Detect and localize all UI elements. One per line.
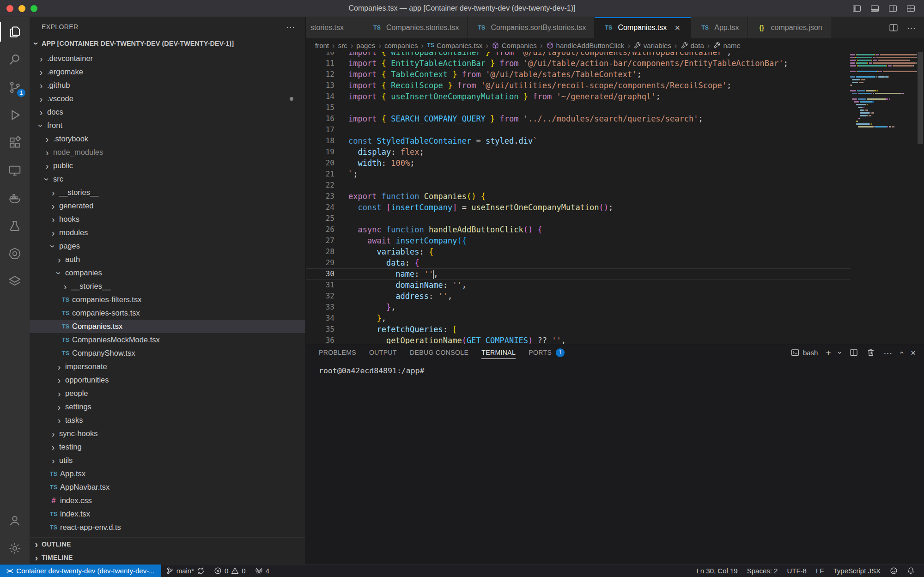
tree-item-opportunities[interactable]: ›opportunities [30, 373, 305, 387]
panel-tab-debug-console[interactable]: DEBUG CONSOLE [410, 344, 468, 361]
tree-item-tasks[interactable]: ›tasks [30, 413, 305, 427]
activity-run-debug[interactable] [0, 101, 30, 129]
scrollbar-slider[interactable] [918, 52, 923, 144]
panel-more-actions-icon[interactable]: ··· [883, 348, 892, 357]
editor-scrollbar[interactable] [917, 52, 924, 344]
tree-item-hooks[interactable]: ›hooks [30, 213, 305, 226]
tree-item-modules[interactable]: ›modules [30, 226, 305, 239]
notifications-button[interactable] [902, 565, 919, 577]
activity-settings[interactable] [0, 534, 30, 562]
tree-item-settings[interactable]: ›settings [30, 400, 305, 413]
language-mode[interactable]: TypeScript JSX [828, 565, 885, 577]
toggle-primary-sidebar-button[interactable] [852, 4, 862, 13]
tree-item-people[interactable]: ›people [30, 387, 305, 400]
tab-companies.json[interactable]: {}companies.json [748, 17, 831, 38]
activity-remote-explorer[interactable] [0, 157, 30, 184]
breadcrumb-data[interactable]: data [681, 42, 704, 49]
maximize-panel-chevron-icon[interactable]: › [898, 351, 906, 354]
workspace-section-header[interactable]: › APP [CONTAINER DEV-TWENTY-DEV (DEV-TWE… [30, 36, 305, 50]
activity-testing[interactable] [0, 212, 30, 240]
tab-companies.stories.tsx[interactable]: TSCompanies.stories.tsx [363, 17, 468, 38]
tree-item-.github[interactable]: ›.github [30, 79, 305, 92]
tab-companies.sortby.stories.tsx[interactable]: TSCompanies.sortBy.stories.tsx [468, 17, 595, 38]
close-window-button[interactable] [6, 5, 13, 12]
tree-item-companies-filters.tsx[interactable]: TScompanies-filters.tsx [30, 293, 305, 306]
tree-item-auth[interactable]: ›auth [30, 253, 305, 266]
tree-item-testing[interactable]: ›testing [30, 440, 305, 454]
branch-status[interactable]: main* [161, 565, 209, 577]
tree-item-companies[interactable]: ›companies [30, 266, 305, 279]
editor-more-actions-icon[interactable]: ··· [907, 24, 916, 32]
tab-app.tsx[interactable]: TSApp.tsx [691, 17, 748, 38]
tree-item-node-modules[interactable]: ›node_modules [30, 146, 305, 159]
feedback-button[interactable] [885, 565, 902, 577]
code-lines[interactable]: 10import { WithTopBarContainer } from '@… [306, 52, 850, 344]
breadcrumb-companies[interactable]: Companies [492, 42, 537, 49]
activity-source-control[interactable]: 1 [0, 73, 30, 101]
cursor-position[interactable]: Ln 30, Col 19 [692, 565, 742, 577]
terminal-shell-selector[interactable]: bash [790, 348, 818, 357]
breadcrumb-companies[interactable]: companies [384, 42, 418, 49]
tree-item-public[interactable]: ›public [30, 159, 305, 172]
terminal-view[interactable]: root@0a42ecd84891:/app# [306, 361, 924, 564]
tree-item-sync-hooks[interactable]: ›sync-hooks [30, 427, 305, 440]
indentation-status[interactable]: Spaces: 2 [742, 565, 783, 577]
tree-item-impersonate[interactable]: ›impersonate [30, 360, 305, 373]
customize-layout-button[interactable] [906, 4, 916, 13]
kill-terminal-button[interactable] [866, 348, 875, 357]
activity-remote-targets[interactable] [0, 267, 30, 295]
tree-item--stories-[interactable]: ›__stories__ [30, 279, 305, 293]
zoom-window-button[interactable] [30, 5, 37, 12]
tree-item-src[interactable]: ›src [30, 172, 305, 186]
activity-extensions[interactable] [0, 129, 30, 157]
tree-item-pages[interactable]: ›pages [30, 239, 305, 253]
tree-item-index.css[interactable]: #index.css [30, 494, 305, 507]
activity-explorer[interactable] [0, 18, 30, 46]
tree-item-.devcontainer[interactable]: ›.devcontainer [30, 52, 305, 65]
problems-status[interactable]: 0 0 [209, 565, 250, 577]
activity-accounts[interactable] [0, 507, 30, 534]
tree-item-companies-sorts.tsx[interactable]: TScompanies-sorts.tsx [30, 306, 305, 320]
tree-item-app.tsx[interactable]: TSApp.tsx [30, 467, 305, 480]
new-terminal-button[interactable]: + [826, 348, 831, 357]
tree-item-index.tsx[interactable]: TSindex.tsx [30, 507, 305, 521]
ports-status[interactable]: 4 [250, 565, 274, 577]
tree-item-companies.tsx[interactable]: TSCompanies.tsx [30, 320, 305, 333]
tree-item--stories-[interactable]: ›__stories__ [30, 186, 305, 199]
toggle-panel-button[interactable] [870, 4, 880, 13]
breadcrumb-companies.tsx[interactable]: TSCompanies.tsx [427, 42, 482, 49]
breadcrumb-src[interactable]: src [338, 42, 347, 49]
tree-item-generated[interactable]: ›generated [30, 199, 305, 213]
tree-item-docs[interactable]: ›docs [30, 105, 305, 119]
tree-item-react-app-env.d.ts[interactable]: TSreact-app-env.d.ts [30, 521, 305, 534]
tree-item-.storybook[interactable]: ›.storybook [30, 132, 305, 146]
activity-docker[interactable] [0, 184, 30, 212]
close-tab-icon[interactable]: × [672, 23, 682, 33]
toggle-secondary-sidebar-button[interactable] [888, 4, 898, 13]
breadcrumb-front[interactable]: front [315, 42, 329, 49]
tree-item-companyshow.tsx[interactable]: TSCompanyShow.tsx [30, 346, 305, 360]
timeline-section-header[interactable]: › TIMELINE [30, 551, 305, 564]
panel-tab-ports[interactable]: PORTS1 [529, 344, 565, 361]
breadcrumb-pages[interactable]: pages [356, 42, 375, 49]
panel-tab-output[interactable]: OUTPUT [369, 344, 397, 361]
minimize-window-button[interactable] [18, 5, 25, 12]
breadcrumb-name[interactable]: name [713, 42, 741, 49]
eol-status[interactable]: LF [811, 565, 829, 577]
panel-tab-problems[interactable]: PROBLEMS [319, 344, 356, 361]
tree-item-appnavbar.tsx[interactable]: TSAppNavbar.tsx [30, 480, 305, 494]
explorer-more-actions-icon[interactable]: ··· [286, 23, 295, 31]
tab-companies.tsx[interactable]: TSCompanies.tsx× [595, 17, 691, 38]
remote-indicator[interactable]: >< Container dev-twenty-dev (dev-twenty-… [0, 565, 161, 577]
panel-tab-terminal[interactable]: TERMINAL [481, 344, 516, 361]
tree-item-front[interactable]: ›front [30, 119, 305, 132]
tree-item-utils[interactable]: ›utils [30, 454, 305, 467]
split-editor-button[interactable] [888, 23, 899, 33]
minimap[interactable] [850, 52, 917, 344]
close-panel-icon[interactable]: × [911, 348, 916, 357]
outline-section-header[interactable]: › OUTLINE [30, 537, 305, 551]
tree-item-.vscode[interactable]: ›.vscode [30, 92, 305, 105]
activity-kubernetes[interactable] [0, 240, 30, 267]
split-terminal-button[interactable] [849, 348, 858, 357]
breadcrumb-handleaddbuttonclick[interactable]: handleAddButtonClick [546, 42, 625, 49]
